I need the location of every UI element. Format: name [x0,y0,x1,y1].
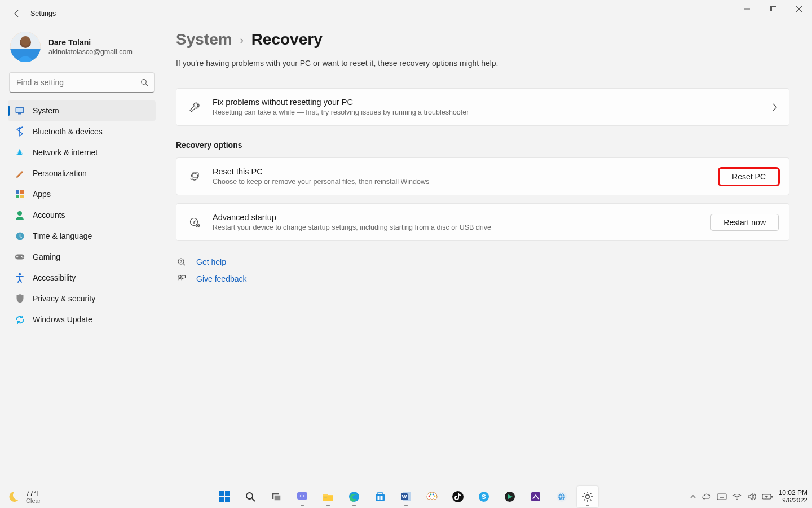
weather-temp: 77°F [26,490,41,497]
sidebar-item-windows-update[interactable]: Windows Update [8,309,156,330]
sidebar-item-network-internet[interactable]: Network & internet [8,142,156,163]
taskbar: 77°F Clear W S 10:02 PM 9/6/2022 [0,485,812,508]
taskbar-search[interactable] [240,486,261,507]
give-feedback-link[interactable]: Give feedback [196,274,247,283]
sidebar-item-apps[interactable]: Apps [8,184,156,204]
titlebar: Settings [0,0,812,27]
page-title: Recovery [251,30,323,49]
task-view-button[interactable] [266,486,287,507]
svg-line-28 [183,264,186,266]
tray-chevron-icon[interactable] [690,493,696,500]
svg-rect-12 [16,177,17,178]
tray-wifi-icon[interactable] [732,493,742,500]
sidebar-item-personalization[interactable]: Personalization [8,163,156,183]
give-feedback-row[interactable]: Give feedback [176,270,789,287]
sidebar-item-label: Gaming [33,252,60,261]
get-help-link[interactable]: Get help [196,257,226,266]
moon-icon [7,490,20,503]
gaming-icon [15,252,25,262]
sidebar-item-accounts[interactable]: Accounts [8,205,156,225]
svg-point-22 [19,273,21,275]
taskbar-center: W S [214,486,598,507]
card-advanced-startup: Advanced startup Restart your device to … [176,203,789,241]
taskbar-skype[interactable]: S [473,486,495,507]
svg-rect-62 [531,492,540,501]
svg-line-72 [590,493,591,494]
svg-rect-39 [297,492,307,500]
update-icon [15,314,25,325]
taskbar-settings[interactable] [577,486,598,507]
user-info[interactable]: Dare Tolani akinolatolasco@gmail.com [5,27,159,70]
svg-rect-31 [219,491,224,496]
svg-rect-13 [16,190,19,194]
tray-keyboard-icon[interactable] [717,493,727,500]
svg-rect-32 [225,491,230,496]
svg-point-41 [303,495,305,497]
close-button[interactable] [786,0,812,18]
svg-rect-15 [16,195,19,198]
sidebar-item-time-language[interactable]: Time & language [8,226,156,246]
svg-rect-2 [772,7,776,11]
breadcrumb-root[interactable]: System [176,30,232,49]
main-pane: System › Recovery If you're having probl… [176,27,789,485]
sidebar-item-label: System [33,106,59,115]
network-icon [15,147,25,157]
svg-line-8 [145,84,148,86]
sidebar-item-label: Network & internet [33,148,98,157]
svg-text:S: S [482,493,486,500]
sidebar-item-system[interactable]: System [8,100,156,121]
taskbar-media[interactable] [499,486,520,507]
card-subtitle: Choose to keep or remove your personal f… [213,178,719,186]
system-icon [15,106,25,116]
back-button[interactable] [6,2,28,25]
section-header: Recovery options [176,141,789,150]
taskbar-visualstudio[interactable] [525,486,546,507]
svg-point-20 [21,256,23,257]
tray-volume-icon[interactable] [747,493,756,501]
card-title: Advanced startup [213,213,710,222]
svg-rect-1 [771,7,775,11]
sidebar-item-privacy-security[interactable]: Privacy & security [8,288,156,309]
taskbar-word[interactable]: W [395,486,417,507]
taskbar-app[interactable] [551,486,572,507]
taskbar-weather[interactable]: 77°F Clear [7,490,74,504]
svg-text:W: W [402,494,407,500]
maximize-button[interactable] [760,0,786,18]
taskbar-chat[interactable] [292,486,313,507]
taskbar-edge[interactable] [343,486,365,507]
taskbar-store[interactable] [369,486,391,507]
sidebar-item-gaming[interactable]: Gaming [8,247,156,267]
sidebar-item-label: Bluetooth & devices [33,127,103,136]
advanced-startup-icon [187,217,202,228]
get-help-row[interactable]: ? Get help [176,253,789,270]
user-name: Dare Tolani [48,38,133,47]
card-fix-problems[interactable]: Fix problems without resetting your PC R… [176,88,789,126]
sidebar-item-label: Personalization [33,169,87,178]
svg-point-80 [736,499,738,500]
start-button[interactable] [214,486,235,507]
minimize-button[interactable] [734,0,760,18]
svg-point-55 [430,494,432,496]
taskbar-paint[interactable] [421,486,443,507]
taskbar-tiktok[interactable] [447,486,469,507]
card-title: Reset this PC [213,167,719,176]
svg-point-40 [300,495,302,497]
svg-rect-50 [381,498,383,500]
tray-onedrive-icon[interactable] [702,493,711,500]
search-input[interactable] [15,77,140,87]
taskbar-explorer[interactable] [317,486,339,507]
card-subtitle: Restart your device to change startup se… [213,224,710,231]
svg-point-7 [142,80,147,85]
sidebar-item-label: Time & language [33,231,92,240]
taskbar-clock[interactable]: 10:02 PM 9/6/2022 [779,489,807,504]
reset-pc-button[interactable]: Reset PC [719,168,779,185]
sidebar-item-accessibility[interactable]: Accessibility [8,268,156,288]
sidebar-item-bluetooth-devices[interactable]: Bluetooth & devices [8,121,156,142]
taskbar-time: 10:02 PM [779,489,807,496]
tray-battery-icon[interactable] [762,493,773,500]
svg-rect-14 [20,190,24,194]
restart-now-button[interactable]: Restart now [710,214,779,231]
card-title: Fix problems without resetting your PC [213,98,771,107]
svg-text:?: ? [180,259,183,264]
search-box[interactable] [9,72,155,93]
